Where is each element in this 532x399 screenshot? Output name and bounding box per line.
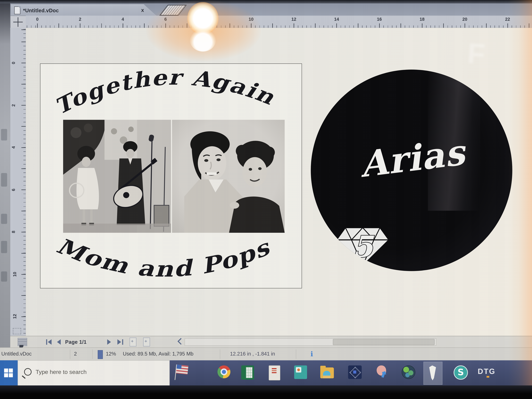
h-ruler-label: 4 [122, 17, 124, 22]
h-ruler-label: 12 [291, 17, 296, 22]
excel-icon[interactable] [241, 365, 255, 380]
h-ruler-label: 8 [207, 17, 209, 22]
horizontal-scrollbar[interactable] [184, 338, 436, 346]
search-icon [24, 368, 32, 376]
bottom-text: Mom and Pops [53, 233, 274, 282]
teal-report-icon[interactable] [294, 365, 308, 380]
design-artboard[interactable]: Together Again [40, 63, 302, 288]
red-notes-icon[interactable] [269, 365, 282, 380]
svg-text:Together Again: Together Again [51, 66, 278, 120]
scrollbar-thumb[interactable] [333, 339, 435, 345]
horizontal-ruler[interactable]: 0 2 4 6 8 10 12 14 16 18 20 22 [26, 16, 532, 28]
tab-close-icon[interactable]: x [141, 7, 144, 13]
layers-tool-icon[interactable] [18, 338, 27, 346]
v-ruler-label: 2 [11, 104, 16, 107]
top-text: Together Again [51, 66, 278, 120]
diamond-design-app-icon[interactable] [348, 365, 362, 380]
page-indicator: Page 1/1 [65, 339, 87, 345]
scroll-left-icon[interactable] [177, 338, 184, 345]
document-icon [14, 6, 20, 14]
last-page-arrow-icon[interactable] [117, 339, 121, 345]
h-ruler-label: 14 [334, 17, 339, 22]
monitor-bottom-bezel [0, 386, 532, 399]
globe-icon[interactable] [402, 365, 415, 380]
document-tab[interactable]: *Untitled.vDoc x [11, 4, 158, 16]
previous-page-arrow-icon[interactable] [57, 339, 61, 345]
search-placeholder: Type here to search [36, 369, 87, 376]
us-flag-icon [176, 364, 188, 374]
h-ruler-label: 0 [36, 17, 38, 22]
toolbar-icon-faint [1, 214, 7, 224]
h-ruler-label: 10 [249, 17, 253, 22]
info-icon[interactable]: i [308, 350, 316, 359]
copy-page-icon[interactable] [143, 338, 150, 346]
h-ruler-label: 2 [79, 17, 81, 22]
s-app-icon[interactable]: S [454, 365, 467, 380]
next-page-arrow-icon[interactable] [107, 339, 111, 345]
search-input[interactable]: Type here to search [18, 360, 170, 386]
h-ruler-label: 6 [164, 17, 167, 22]
status-separator [296, 349, 296, 359]
windows-logo-icon [4, 368, 13, 377]
photo-couple-portrait[interactable] [172, 120, 285, 233]
status-cursor-position: 12.216 in , -1.841 in [230, 351, 275, 356]
pink-share-app-icon[interactable] [376, 365, 390, 380]
svg-text:Mom and Pops: Mom and Pops [53, 233, 274, 282]
document-tab-bar: *Untitled.vDoc x [10, 3, 532, 16]
add-page-icon[interactable] [130, 338, 136, 346]
toolbar-icon-faint [1, 241, 7, 253]
toolbar-icon-faint [1, 173, 7, 187]
status-memory-info: Used: 89.5 Mb, Avail: 1,795 Mb [123, 351, 193, 356]
last-page-icon[interactable] [122, 339, 123, 345]
file-explorer-icon[interactable] [320, 367, 334, 382]
marquee-select-icon[interactable] [13, 328, 21, 334]
status-zoom-level: 12% [106, 351, 116, 356]
memory-gauge-icon [98, 350, 103, 359]
page-curl-icon[interactable] [159, 5, 187, 16]
v-ruler-label: 8 [11, 231, 16, 233]
arias-logo-circle[interactable]: Arias 5 [311, 70, 512, 271]
windows-taskbar: Type here to search S DTG [0, 360, 532, 386]
left-toolbar-strip [0, 3, 10, 386]
h-ruler-label: 16 [377, 17, 382, 22]
pen-rip-app-active[interactable] [424, 362, 443, 385]
h-ruler-label: 20 [462, 17, 467, 22]
dtg-brand-label: DTG [478, 367, 495, 376]
first-page-arrow-icon[interactable] [48, 339, 51, 345]
logo-number-text: 5 [353, 229, 374, 264]
toolbar-icon-faint [1, 129, 7, 140]
photographed-screen: *Untitled.vDoc x 0 2 4 6 8 10 12 14 16 1… [0, 0, 532, 399]
v-ruler-label: 0 [11, 62, 16, 64]
start-button[interactable] [0, 360, 18, 386]
v-ruler-label: 6 [11, 189, 16, 191]
vertical-ruler[interactable]: 0 2 4 6 8 10 12 [10, 28, 26, 336]
bottom-arc-text[interactable]: Mom and Pops [43, 231, 298, 288]
status-separator [220, 349, 220, 359]
status-file-name: Untitled.vDoc [1, 351, 32, 356]
design-canvas[interactable]: Together Again [26, 28, 532, 336]
status-bar: Untitled.vDoc 2 12% Used: 89.5 Mb, Avail… [0, 348, 532, 361]
status-separator [70, 349, 70, 359]
status-separator [92, 349, 93, 359]
tab-title: *Untitled.vDoc [23, 7, 59, 13]
top-arc-text[interactable]: Together Again [43, 66, 298, 124]
photo-band-performance[interactable] [63, 120, 171, 233]
v-ruler-label: 4 [11, 146, 16, 149]
toolbar-icon-faint [1, 271, 7, 282]
ruler-origin-box[interactable] [10, 16, 26, 29]
v-ruler-label: 10 [12, 272, 17, 277]
page-navigation-bar: Page 1/1 [10, 336, 532, 348]
screen-top-edge [0, 0, 532, 3]
status-object-count: 2 [74, 351, 77, 356]
h-ruler-label: 22 [505, 17, 510, 22]
v-ruler-label: 12 [12, 314, 17, 319]
diamond-5-logo: 5 [334, 219, 392, 270]
first-page-icon[interactable] [46, 339, 47, 345]
h-ruler-label: 18 [420, 17, 424, 22]
chrome-icon[interactable] [217, 365, 231, 380]
pen-icon [429, 365, 436, 380]
